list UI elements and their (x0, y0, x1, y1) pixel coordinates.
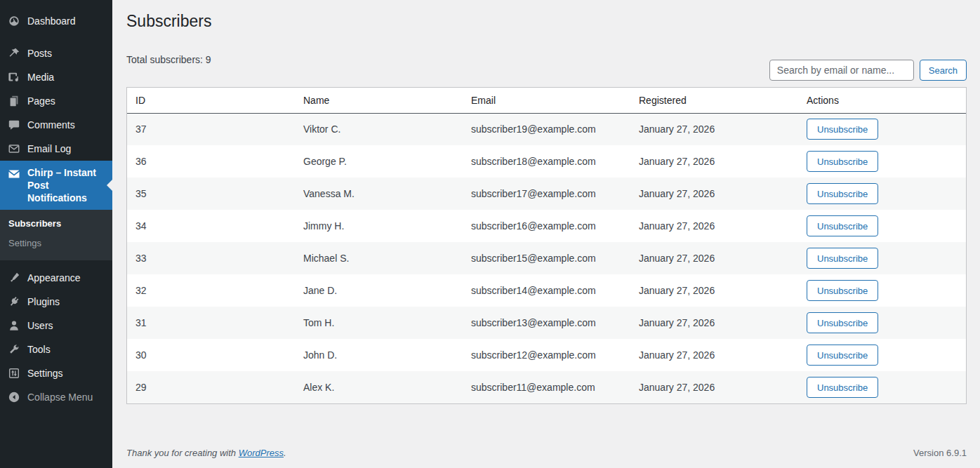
cell-name: Michael S. (295, 242, 463, 274)
paintbrush-icon (7, 271, 21, 285)
cell-actions: Unsubscribe (798, 242, 966, 274)
submenu-item-label: Settings (8, 238, 41, 248)
table-header-row: ID Name Email Registered Actions (127, 88, 966, 113)
cell-name: Jane D. (295, 274, 463, 307)
submenu-item-subscribers[interactable]: Subscribers (0, 214, 112, 234)
sidebar-item-tools[interactable]: Tools (0, 337, 112, 361)
cell-email: subscriber13@example.com (463, 307, 630, 339)
cell-name: Viktor C. (295, 113, 463, 145)
cell-registered: January 27, 2026 (630, 113, 798, 145)
column-header-actions: Actions (798, 88, 966, 113)
wrench-icon (7, 342, 21, 356)
sidebar-item-media[interactable]: Media (0, 65, 112, 89)
admin-sidebar: Dashboard Posts Media Pages Comments (0, 0, 112, 468)
sidebar-item-dashboard[interactable]: Dashboard (0, 9, 112, 33)
cell-id: 32 (127, 274, 295, 307)
sidebar-item-comments[interactable]: Comments (0, 113, 112, 137)
cell-email: subscriber15@example.com (463, 242, 630, 274)
sidebar-item-pages[interactable]: Pages (0, 89, 112, 113)
cell-id: 33 (127, 242, 295, 274)
unsubscribe-button[interactable]: Unsubscribe (807, 280, 878, 301)
collapse-arrow-icon (7, 390, 21, 404)
cell-registered: January 27, 2026 (630, 307, 798, 339)
cell-id: 37 (127, 113, 295, 145)
sidebar-item-label: Dashboard (27, 15, 76, 27)
table-row: 34 Jimmy H. subscriber16@example.com Jan… (127, 210, 966, 242)
unsubscribe-button[interactable]: Unsubscribe (807, 377, 878, 398)
page-title: Subscribers (126, 11, 967, 32)
collapse-menu-label: Collapse Menu (27, 392, 93, 403)
sidebar-item-label: Pages (27, 95, 55, 107)
unsubscribe-button[interactable]: Unsubscribe (807, 312, 878, 333)
unsubscribe-button[interactable]: Unsubscribe (807, 183, 878, 204)
submenu-item-label: Subscribers (8, 218, 61, 229)
cell-actions: Unsubscribe (798, 274, 966, 307)
cell-actions: Unsubscribe (798, 307, 966, 339)
sidebar-item-label: Users (27, 320, 53, 331)
cell-name: Alex K. (295, 371, 463, 403)
sidebar-item-appearance[interactable]: Appearance (0, 266, 112, 290)
cell-name: John D. (295, 339, 463, 371)
cell-registered: January 27, 2026 (630, 178, 798, 210)
unsubscribe-button[interactable]: Unsubscribe (807, 119, 878, 140)
cell-email: subscriber14@example.com (463, 274, 630, 307)
subscribers-table: ID Name Email Registered Actions 37 Vikt… (127, 88, 966, 403)
cell-actions: Unsubscribe (798, 145, 966, 178)
unsubscribe-button[interactable]: Unsubscribe (807, 151, 878, 172)
sidebar-item-label: Comments (27, 119, 75, 131)
envelope-outline-icon (7, 142, 21, 156)
footer-thanks-prefix: Thank you for creating with (126, 448, 239, 458)
admin-footer: Thank you for creating with WordPress. V… (126, 448, 967, 458)
chirp-submenu: Subscribers Settings (0, 210, 112, 260)
table-row: 36 George P. subscriber18@example.com Ja… (127, 145, 966, 178)
pages-icon (7, 94, 21, 108)
subscribers-table-body: 37 Viktor C. subscriber19@example.com Ja… (127, 113, 966, 403)
cell-registered: January 27, 2026 (630, 210, 798, 242)
sidebar-item-label: Settings (27, 368, 63, 379)
cell-actions: Unsubscribe (798, 178, 966, 210)
column-header-name: Name (295, 88, 463, 113)
submenu-item-settings[interactable]: Settings (0, 234, 112, 253)
cell-name: George P. (295, 145, 463, 178)
column-header-email: Email (463, 88, 630, 113)
unsubscribe-button[interactable]: Unsubscribe (807, 215, 878, 236)
collapse-menu-button[interactable]: Collapse Menu (0, 385, 112, 409)
cell-registered: January 27, 2026 (630, 371, 798, 403)
wordpress-link[interactable]: WordPress (239, 448, 284, 458)
cell-email: subscriber11@example.com (463, 371, 630, 403)
cell-name: Tom H. (295, 307, 463, 339)
cell-id: 30 (127, 339, 295, 371)
sidebar-item-email-log[interactable]: Email Log (0, 137, 112, 161)
table-row: 37 Viktor C. subscriber19@example.com Ja… (127, 113, 966, 145)
cell-actions: Unsubscribe (798, 210, 966, 242)
sidebar-item-settings[interactable]: Settings (0, 361, 112, 385)
cell-email: subscriber16@example.com (463, 210, 630, 242)
cell-actions: Unsubscribe (798, 371, 966, 403)
cell-email: subscriber17@example.com (463, 178, 630, 210)
sidebar-item-users[interactable]: Users (0, 314, 112, 337)
search-input[interactable] (769, 60, 914, 81)
unsubscribe-button[interactable]: Unsubscribe (807, 248, 878, 269)
pin-icon (7, 46, 21, 60)
table-row: 29 Alex K. subscriber11@example.com Janu… (127, 371, 966, 403)
unsubscribe-button[interactable]: Unsubscribe (807, 345, 878, 366)
table-row: 32 Jane D. subscriber14@example.com Janu… (127, 274, 966, 307)
cell-registered: January 27, 2026 (630, 274, 798, 307)
wp-admin-app: Dashboard Posts Media Pages Comments (0, 0, 980, 468)
envelope-icon (7, 167, 21, 181)
sliders-icon (7, 366, 21, 380)
cell-registered: January 27, 2026 (630, 242, 798, 274)
user-icon (7, 319, 21, 333)
cell-actions: Unsubscribe (798, 339, 966, 371)
cell-email: subscriber18@example.com (463, 145, 630, 178)
table-row: 35 Vanessa M. subscriber17@example.com J… (127, 178, 966, 210)
cell-email: subscriber19@example.com (463, 113, 630, 145)
cell-registered: January 27, 2026 (630, 145, 798, 178)
total-subscribers-label: Total subscribers: 9 (126, 54, 211, 65)
cell-id: 35 (127, 178, 295, 210)
cell-actions: Unsubscribe (798, 113, 966, 145)
sidebar-item-chirp[interactable]: Chirp – Instant Post Notifications (0, 161, 112, 210)
sidebar-item-plugins[interactable]: Plugins (0, 290, 112, 314)
sidebar-item-posts[interactable]: Posts (0, 41, 112, 65)
search-button[interactable]: Search (920, 60, 967, 81)
